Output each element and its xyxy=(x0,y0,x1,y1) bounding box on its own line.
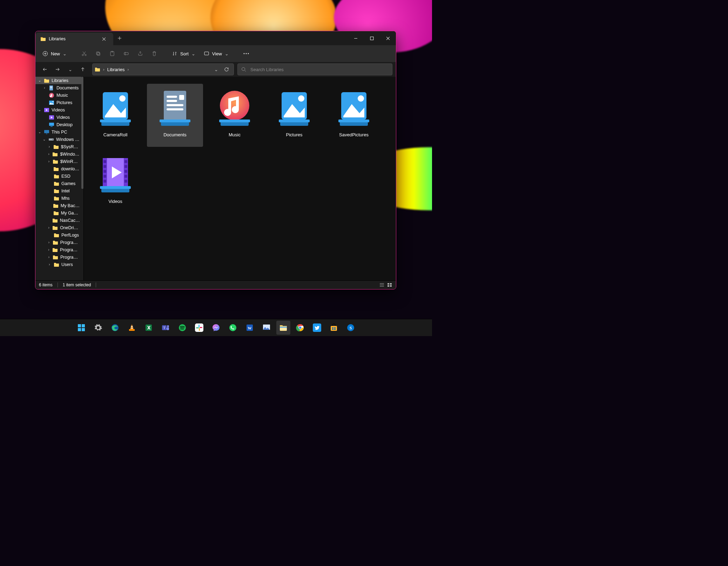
tree-scrollbar[interactable] xyxy=(81,77,83,280)
tree-item[interactable]: Desktop xyxy=(35,121,81,128)
library-item[interactable]: CameraRoll xyxy=(87,84,143,147)
taskbar-messenger-button[interactable] xyxy=(209,321,223,335)
taskbar-slack-button[interactable] xyxy=(192,321,206,335)
tree-item[interactable]: Music xyxy=(35,91,81,99)
taskbar-whatsapp-button[interactable] xyxy=(226,321,240,335)
tab-libraries[interactable]: Libraries xyxy=(35,33,113,45)
taskbar-teams-button[interactable]: T xyxy=(159,321,173,335)
twisty-icon[interactable]: › xyxy=(47,145,51,149)
tree-item[interactable]: My Backups xyxy=(35,202,81,209)
tree-item[interactable]: ⌄Libraries xyxy=(35,77,81,84)
tree-item[interactable]: ›Documents xyxy=(35,84,81,91)
tree-item[interactable]: ›Program Files xyxy=(35,239,81,246)
twisty-icon[interactable]: › xyxy=(47,226,50,230)
taskbar-settings-button[interactable] xyxy=(91,321,105,335)
taskbar-word-button[interactable]: W xyxy=(243,321,257,335)
taskbar-store-button[interactable] xyxy=(327,321,341,335)
new-button[interactable]: New ⌄ xyxy=(39,48,70,60)
tree-item[interactable]: ⌄This PC xyxy=(35,128,81,136)
twisty-icon[interactable]: › xyxy=(47,248,50,252)
tree-item[interactable]: PerfLogs xyxy=(35,231,81,239)
new-icon xyxy=(42,51,48,56)
tree-item[interactable]: Intel xyxy=(35,187,81,195)
tree-item[interactable]: ›$SysReset xyxy=(35,143,81,150)
twisty-icon[interactable]: ⌄ xyxy=(42,137,46,141)
library-item[interactable]: Music xyxy=(207,84,263,147)
tree-item[interactable]: ⌄Windows (C:) xyxy=(35,136,81,143)
tree-item[interactable]: ›$Windows.~W xyxy=(35,150,81,158)
twisty-icon[interactable]: ⌄ xyxy=(38,130,42,134)
forward-button[interactable] xyxy=(52,63,63,75)
sort-button[interactable]: Sort ⌄ xyxy=(168,48,199,60)
tree-item[interactable]: ESD xyxy=(35,172,81,180)
view-button[interactable]: View ⌄ xyxy=(200,48,232,60)
taskbar-twitter-button[interactable] xyxy=(310,321,324,335)
svg-point-3 xyxy=(85,54,86,56)
up-button[interactable] xyxy=(77,63,89,75)
share-button[interactable] xyxy=(134,48,147,60)
breadcrumb-segment[interactable]: › Libraries › xyxy=(102,67,129,72)
twisty-icon[interactable]: › xyxy=(47,159,50,163)
tab-close-button[interactable] xyxy=(99,37,109,41)
taskbar-paint-button[interactable] xyxy=(259,321,274,335)
tree-item[interactable]: ›ProgramData xyxy=(35,253,81,261)
tree-item[interactable]: Videos xyxy=(35,114,81,121)
tree-item[interactable]: ›Users xyxy=(35,261,81,268)
tree-item[interactable]: ›OneDriveTemp xyxy=(35,224,81,231)
address-bar[interactable]: › Libraries › ⌄ xyxy=(92,63,234,75)
content-pane[interactable]: CameraRollDocumentsMusicPicturesSavedPic… xyxy=(84,77,396,280)
tree-item[interactable]: ›$WinREAgent xyxy=(35,158,81,165)
taskbar-edge-button[interactable] xyxy=(108,321,122,335)
back-button[interactable] xyxy=(39,63,51,75)
tree-item-label: OneDriveTemp xyxy=(60,225,80,230)
library-item[interactable]: Pictures xyxy=(266,84,322,147)
tree-item[interactable]: ›Program Files ( xyxy=(35,246,81,253)
tree-item[interactable]: downloads xyxy=(35,165,81,172)
library-item[interactable]: Videos xyxy=(87,150,143,213)
taskbar-excel-button[interactable] xyxy=(142,321,156,335)
minimize-button[interactable] xyxy=(348,31,364,45)
svg-rect-38 xyxy=(131,326,133,327)
twisty-icon[interactable]: › xyxy=(47,152,50,156)
twisty-icon[interactable]: › xyxy=(47,255,50,259)
taskbar-spotify-button[interactable] xyxy=(175,321,189,335)
tree-item[interactable]: Mhs xyxy=(35,195,81,202)
maximize-button[interactable] xyxy=(364,31,380,45)
cut-button[interactable] xyxy=(78,48,90,60)
refresh-button[interactable] xyxy=(222,64,231,74)
copy-button[interactable] xyxy=(92,48,105,60)
new-tab-button[interactable] xyxy=(113,31,126,45)
navigation-tree[interactable]: ⌄Libraries›DocumentsMusicPictures⌄Videos… xyxy=(35,77,84,280)
paste-icon xyxy=(109,51,115,56)
twisty-icon[interactable]: › xyxy=(47,240,50,244)
taskbar-start-button[interactable] xyxy=(74,321,88,335)
recent-button[interactable]: ⌄ xyxy=(64,63,76,75)
taskbar-chrome-button[interactable] xyxy=(293,321,307,335)
tree-item[interactable]: ⌄Videos xyxy=(35,106,81,114)
more-button[interactable] xyxy=(240,48,252,60)
twisty-icon[interactable]: › xyxy=(47,262,52,266)
spotify-icon xyxy=(178,323,187,332)
tree-item[interactable]: Games xyxy=(35,180,81,187)
address-dropdown-button[interactable]: ⌄ xyxy=(211,64,221,74)
taskbar-skype-button[interactable]: S xyxy=(344,321,358,335)
taskbar-vlc-button[interactable] xyxy=(125,321,139,335)
details-view-button[interactable] xyxy=(379,282,385,287)
rename-button[interactable] xyxy=(120,48,133,60)
taskbar-explorer-button[interactable] xyxy=(276,321,290,335)
search-box[interactable] xyxy=(237,63,392,75)
twisty-icon[interactable]: ⌄ xyxy=(38,108,42,112)
tree-item[interactable]: Pictures xyxy=(35,99,81,106)
tree-item[interactable]: NasCacheDirec xyxy=(35,217,81,224)
tree-item[interactable]: My Games xyxy=(35,209,81,217)
twisty-icon[interactable]: › xyxy=(42,86,47,90)
library-item[interactable]: Documents xyxy=(147,84,203,147)
paste-button[interactable] xyxy=(106,48,119,60)
tiles-view-button[interactable] xyxy=(387,282,392,287)
search-input[interactable] xyxy=(250,67,389,73)
twisty-icon[interactable]: ⌄ xyxy=(38,79,42,82)
folder-icon xyxy=(53,203,59,209)
close-button[interactable] xyxy=(380,31,396,45)
delete-button[interactable] xyxy=(148,48,161,60)
library-item[interactable]: SavedPictures xyxy=(326,84,382,147)
